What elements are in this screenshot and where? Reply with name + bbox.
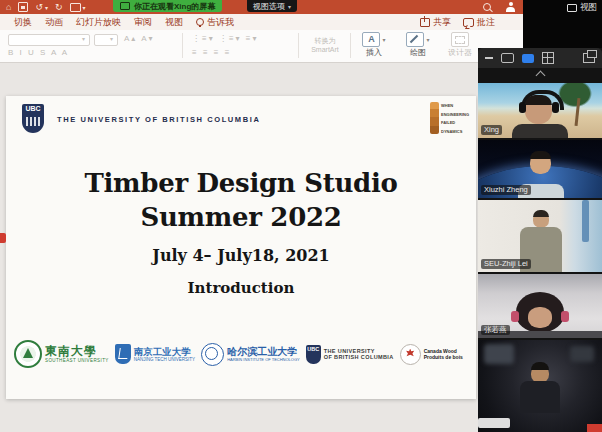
- undo-icon[interactable]: ↺: [35, 0, 43, 14]
- tab-transitions[interactable]: 切换: [14, 16, 32, 29]
- font-size-caret-icon[interactable]: ▾: [110, 34, 113, 44]
- share-label: 共享: [433, 16, 451, 29]
- participant-name-label: 张若燕: [481, 325, 510, 335]
- window-curtain-background: [582, 200, 589, 242]
- zoom-view-button[interactable]: 视图: [567, 2, 597, 14]
- tell-me-control[interactable]: 告诉我: [196, 16, 234, 29]
- view-options-button[interactable]: 视图选项 ▾: [247, 0, 297, 12]
- slideshow-caret-icon[interactable]: ▾: [83, 4, 86, 11]
- video-tile-seu-lei[interactable]: SEU-Zhiji Lei: [478, 200, 602, 272]
- insert-caret-icon: ▾: [382, 36, 385, 43]
- headphone-cup: [561, 311, 569, 322]
- video-tile-participant4[interactable]: 张若燕: [478, 274, 602, 338]
- smartart-label-line1: 转换为: [315, 37, 336, 44]
- account-icon[interactable]: [506, 2, 515, 12]
- slide-canvas[interactable]: UBC THE UNIVERSITY OF BRITISH COLUMBIA W…: [6, 96, 476, 399]
- participant-hair: [531, 362, 549, 370]
- video-panel-toolbar: [478, 48, 602, 68]
- tab-view[interactable]: 视图: [165, 16, 183, 29]
- insert-textbox-button[interactable]: A ▾ 插入: [354, 32, 394, 58]
- save-icon[interactable]: [18, 2, 28, 12]
- font-format-buttons[interactable]: B I U S A A: [8, 48, 69, 58]
- participant-name-label: Xing: [481, 125, 502, 135]
- corner-logo-text: WHEN ENGINEERING FAILED DYNAMICS: [441, 102, 469, 136]
- designer-icon: [451, 32, 469, 47]
- insert-label: 插入: [354, 47, 394, 58]
- minimize-panel-icon[interactable]: [485, 57, 493, 59]
- ribbon-divider: [350, 33, 351, 58]
- pen-icon: [406, 32, 424, 47]
- corner-logo-line: ENGINEERING: [441, 113, 469, 117]
- list-buttons[interactable]: ⋮≡▾ ⋮≡▾ ≡▾: [192, 34, 259, 44]
- single-view-icon[interactable]: [501, 53, 514, 63]
- speaker-view-active-icon[interactable]: [522, 54, 534, 63]
- convert-smartart-button[interactable]: 转换为 SmartArt: [304, 36, 346, 54]
- ribbon-commands: ▾ ▾ A▴ A▾ B I U S A A ⋮≡▾ ⋮≡▾ ≡▾ ≡ ≡ ≡ ≡…: [0, 30, 523, 63]
- video-tile-participant5[interactable]: [478, 340, 602, 432]
- powerpoint-window: ⌂ ↺ ▾ ↻ ▾ 切换 动画 幻灯片放映 审阅 视图 告诉我: [0, 0, 523, 432]
- popout-panel-icon[interactable]: [583, 53, 595, 63]
- ubc-shield-small-icon: UBC: [306, 345, 321, 364]
- participant-name-label: Xiuzhi Zheng: [481, 185, 531, 195]
- video-tile-xiuzhi-zheng[interactable]: Xiuzhi Zheng: [478, 140, 602, 198]
- video-tile-xing[interactable]: Xing: [478, 83, 602, 138]
- headphone-cup: [511, 311, 519, 322]
- tab-review[interactable]: 审阅: [134, 16, 152, 29]
- font-name-caret-icon[interactable]: ▾: [82, 34, 85, 44]
- draw-button[interactable]: ▾ 绘图: [398, 32, 438, 58]
- home-icon[interactable]: ⌂: [6, 0, 11, 14]
- ribbon-divider: [182, 33, 183, 58]
- align-buttons[interactable]: ≡ ≡ ≡ ≡: [192, 48, 231, 58]
- search-icon[interactable]: [483, 3, 491, 11]
- chevron-up-icon: [535, 71, 545, 81]
- font-size-combo[interactable]: [94, 34, 118, 46]
- collapse-panel-control[interactable]: [478, 68, 602, 81]
- window-light-background: [570, 346, 594, 362]
- participant-videos: Xing Xiuzhi Zheng SEU-Zhiji Lei: [478, 83, 602, 432]
- designer-button[interactable]: 设计器: [440, 32, 480, 58]
- slide-title-block: Timber Design Studio Summer 2022 July 4–…: [6, 166, 476, 297]
- participant-torso: [512, 124, 568, 138]
- textbox-icon: A: [362, 32, 380, 47]
- tab-slideshow[interactable]: 幻灯片放映: [76, 16, 121, 29]
- partner-logos-row: 東南大學 SOUTHEAST UNIVERSITY 南京工业大学 NANJING…: [14, 336, 476, 372]
- ubc-shield-logo: UBC: [22, 104, 44, 133]
- participant-hair: [530, 151, 551, 159]
- pencil-glyph: [410, 35, 418, 43]
- partner-southeast-university: 東南大學 SOUTHEAST UNIVERSITY: [14, 340, 109, 368]
- share-icon: [420, 18, 430, 27]
- undo-caret-icon[interactable]: ▾: [45, 4, 48, 11]
- bottom-right-red-element: [587, 424, 602, 432]
- smartart-label-line2: SmartArt: [311, 46, 339, 53]
- ribbon-tab-row: 切换 动画 幻灯片放映 审阅 视图 告诉我 共享 批注: [0, 14, 523, 30]
- designer-label: 设计器: [440, 47, 480, 58]
- draw-label: 绘图: [398, 47, 438, 58]
- font-grow-shrink-buttons[interactable]: A▴ A▾: [124, 34, 154, 44]
- partner-name-cn: 哈尔滨工业大学: [227, 346, 300, 357]
- insert-icon-wrap: A ▾: [354, 32, 394, 47]
- tab-animations[interactable]: 动画: [45, 16, 63, 29]
- partner-name-cn: 南京工业大学: [134, 347, 195, 357]
- comments-button[interactable]: 批注: [463, 16, 495, 29]
- screen-share-icon: [120, 2, 130, 10]
- font-name-combo[interactable]: [8, 34, 90, 46]
- chevron-down-icon: ▾: [288, 3, 291, 10]
- pagoda-icon: [430, 102, 439, 134]
- partner-name-en: NANJING TECH UNIVERSITY: [134, 357, 195, 362]
- participant-hair: [525, 95, 552, 105]
- comments-label: 批注: [477, 16, 495, 29]
- view-button-label: 视图: [580, 2, 597, 14]
- nanjing-tech-shield-icon: [115, 344, 131, 364]
- corner-lab-logo: WHEN ENGINEERING FAILED DYNAMICS: [430, 102, 474, 136]
- redo-icon[interactable]: ↻: [55, 0, 63, 14]
- gallery-view-icon[interactable]: [542, 52, 554, 64]
- headphone-cup: [552, 102, 559, 113]
- partner-name-en: SOUTHEAST UNIVERSITY: [45, 358, 109, 363]
- participant-name-label: SEU-Zhiji Lei: [481, 259, 531, 269]
- left-edge-red-indicator: [0, 233, 6, 243]
- share-button[interactable]: 共享: [420, 16, 451, 29]
- lightbulb-icon: [196, 18, 204, 26]
- slideshow-icon[interactable]: [70, 3, 81, 12]
- partner-name-en: Produits de bois: [424, 354, 463, 360]
- comment-icon: [463, 18, 474, 27]
